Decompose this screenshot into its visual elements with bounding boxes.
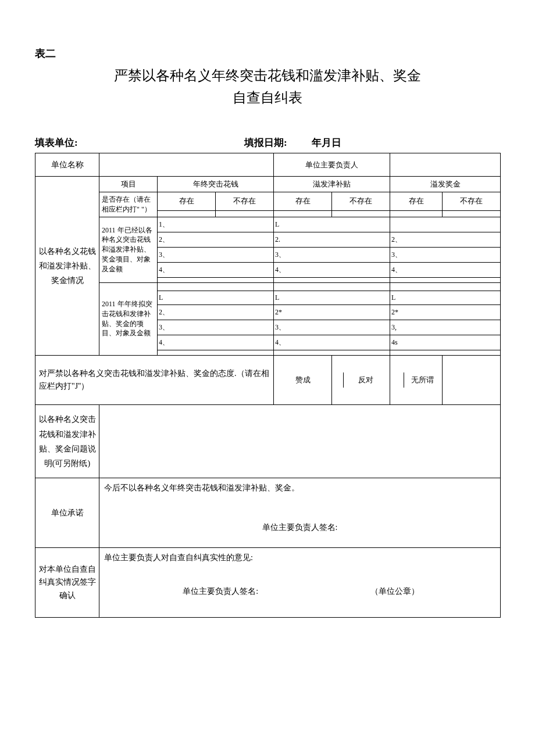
project-header: 项目 <box>99 177 158 192</box>
col3-notexist: 不存在 <box>443 192 501 211</box>
g2-c1-2[interactable]: 2、 <box>158 304 274 320</box>
g1-c2-1[interactable]: L <box>274 217 390 232</box>
col1-notexist: 不存在 <box>216 192 274 211</box>
commitment-sign-label: 单位主要负责人签名: <box>104 522 495 533</box>
g2-c1-4[interactable]: 4、 <box>158 335 274 350</box>
col2-exist-val[interactable] <box>274 210 332 217</box>
attitude-opt3: 无所谓 <box>404 372 441 388</box>
attitude-opt1: 赞成 <box>274 355 332 405</box>
col3-exist-val[interactable] <box>390 210 443 217</box>
unit-name-label: 单位名称 <box>35 153 99 177</box>
attitude-opt2: 反对 <box>343 372 388 388</box>
explain-value[interactable] <box>99 405 501 478</box>
g1-c1-2[interactable]: 2、 <box>158 232 274 247</box>
confirm-content[interactable]: 单位主要负责人对自查自纠真实性的意见: 单位主要负责人签名: （单位公章） <box>99 548 501 618</box>
col2-exist: 存在 <box>274 192 332 211</box>
principal-value[interactable] <box>390 153 501 177</box>
col3-notexist-val[interactable] <box>443 210 501 217</box>
g2-c2-4[interactable]: 4、 <box>274 335 390 350</box>
g2-c3-3[interactable]: 3, <box>390 320 501 335</box>
col2-header: 滋发津补贴 <box>274 177 390 192</box>
confirm-seal-label: （单位公章） <box>316 586 473 597</box>
confirm-text: 单位主要负责人对自查自纠真实性的意见: <box>104 553 495 563</box>
table-number-label: 表二 <box>35 46 500 60</box>
g1-c3-2[interactable]: 2、 <box>390 232 501 247</box>
g1-c1-5[interactable] <box>158 277 274 282</box>
g1-c3-5[interactable] <box>390 277 501 282</box>
date-label-text: 填报日期: <box>244 137 287 148</box>
situation-block-label: 以各种名义花钱和溢发津补贴、奖金情况 <box>35 177 99 356</box>
unit-name-value[interactable] <box>99 153 274 177</box>
col1-notexist-val[interactable] <box>216 210 274 217</box>
g1-c2-5[interactable] <box>274 277 390 282</box>
g2-c2-1[interactable]: L <box>274 291 390 304</box>
confirm-label: 对本单位自查自纠真实情况签字确认 <box>35 548 99 618</box>
commitment-text: 今后不以各种名义年终突击花钱和溢发津补贴、奖金。 <box>104 483 495 493</box>
g2-c2-5[interactable] <box>274 350 390 355</box>
date-value: 年月日 <box>312 137 341 148</box>
explain-label: 以各种名义突击花钱和溢发津补贴、奖金问题说明(可另附纸) <box>35 405 99 478</box>
exists-row-label: 是否存在（请在相应栏内打" "） <box>99 192 158 217</box>
g1-c2-4[interactable]: 4、 <box>274 262 390 277</box>
g2-c1-3[interactable]: 3、 <box>158 320 274 335</box>
g1-c2-2[interactable]: 2. <box>274 232 390 247</box>
attitude-opt2-chk[interactable] <box>391 372 404 388</box>
g1-c1-1[interactable]: 1、 <box>158 217 274 232</box>
commitment-label: 单位承诺 <box>35 478 99 548</box>
g1-c3-4[interactable]: 4、 <box>390 262 501 277</box>
col3-exist: 存在 <box>390 192 443 211</box>
attitude-opt3-check[interactable] <box>443 355 501 405</box>
g1-c1-3[interactable]: 3、 <box>158 247 274 262</box>
col1-exist-val[interactable] <box>158 210 216 217</box>
g2-c2-2[interactable]: 2* <box>274 304 390 320</box>
main-table: 单位名称 单位主要负责人 以各种名义花钱和溢发津补贴、奖金情况 项目 年终突击花… <box>35 153 501 618</box>
attitude-opt2-check[interactable]: 无所谓 <box>390 355 443 405</box>
g1-c2-3[interactable]: 3、 <box>274 247 390 262</box>
g2-c2-3[interactable]: 3、 <box>274 320 390 335</box>
commitment-content[interactable]: 今后不以各种名义年终突击花钱和溢发津补贴、奖金。 单位主要负责人签名: <box>99 478 501 548</box>
col1-exist: 存在 <box>158 192 216 211</box>
date-label: 填报日期: 年月日 <box>244 136 341 149</box>
g2-spacer-3[interactable] <box>390 282 501 291</box>
confirm-sign-label: 单位主要负责人签名: <box>127 586 315 597</box>
attitude-label: 对严禁以各种名义突击花钱和溢发津补贴、奖金的态度.（请在相应栏内打"J''） <box>35 355 274 405</box>
attitude-opt1-check[interactable] <box>333 372 343 388</box>
page-title-line2: 自查自纠表 <box>35 88 500 107</box>
g2-c1-1[interactable]: L <box>158 291 274 304</box>
g2-spacer-1[interactable] <box>158 282 274 291</box>
col2-notexist-val[interactable] <box>332 210 390 217</box>
group1-label: 2011 年已经以各种名义突击花钱和溢发津补贴、奖金项目、对象及金额 <box>99 217 158 282</box>
g2-c3-4[interactable]: 4s <box>390 335 501 350</box>
g2-spacer-2[interactable] <box>274 282 390 291</box>
col1-header: 年终突击花钱 <box>158 177 274 192</box>
g1-c1-4[interactable]: 4、 <box>158 262 274 277</box>
meta-row: 填表单位: 填报日期: 年月日 <box>35 136 500 149</box>
g2-c3-2[interactable]: 2* <box>390 304 501 320</box>
g2-c3-5[interactable] <box>390 350 501 355</box>
col2-notexist: 不存在 <box>332 192 390 211</box>
col3-header: 溢发奖金 <box>390 177 501 192</box>
unit-label: 填表单位: <box>35 136 244 149</box>
principal-label: 单位主要负责人 <box>274 153 390 177</box>
g2-c1-5[interactable] <box>158 350 274 355</box>
g2-c3-1[interactable]: L <box>390 291 501 304</box>
g1-c3-1[interactable] <box>390 217 501 232</box>
g1-c3-3[interactable]: 3、 <box>390 247 501 262</box>
page-title-line1: 严禁以各种名义年终突击花钱和滥发津补贴、奖金 <box>35 66 500 85</box>
group2-label: 2011 年年终拟突击花钱和发律补贴、奖金的项目、对象及金额 <box>99 282 158 355</box>
